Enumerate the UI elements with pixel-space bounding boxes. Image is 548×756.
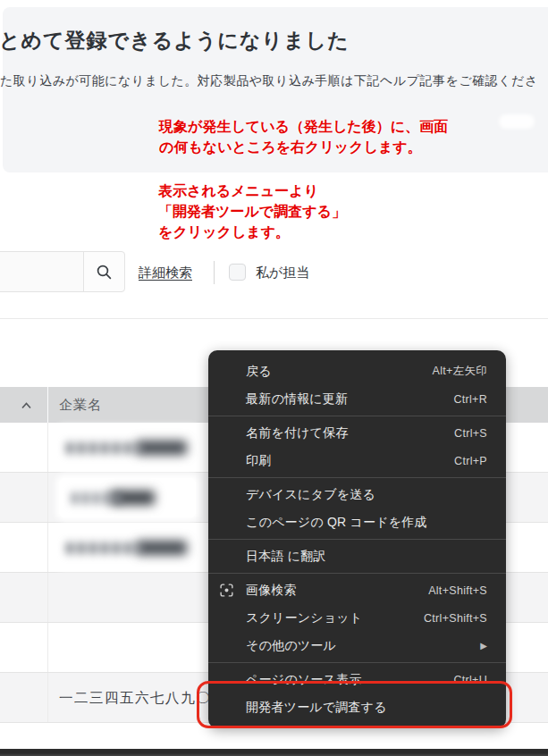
row-column-separator [47, 523, 48, 572]
menu-item[interactable]: 画像検索Alt+Shift+S [208, 576, 506, 604]
section-divider [0, 318, 548, 319]
header-column-separator [47, 387, 48, 423]
menu-divider [208, 539, 506, 540]
annotation-step1-line2: の何もないところを右クリックします。 [159, 137, 448, 157]
company-column-header[interactable]: 企業名 [59, 397, 102, 414]
menu-item-shortcut: Ctrl+Shift+S [424, 612, 487, 625]
menu-divider [208, 573, 506, 574]
menu-divider [208, 662, 506, 663]
annotation-highlight-box [197, 681, 512, 728]
annotation-step2-line3: をクリックします。 [158, 222, 346, 242]
menu-item-label: 戻る [246, 364, 272, 380]
menu-item-label: このページの QR コードを作成 [246, 515, 427, 531]
row-column-separator [47, 423, 48, 472]
menu-item-label: 名前を付けて保存 [246, 425, 349, 441]
blurred-company-name [59, 478, 196, 517]
annotation-step2-line1: 表示されるメニューより [158, 181, 346, 201]
menu-item[interactable]: その他のツール▶ [208, 632, 506, 659]
banner-title: とめて登録できるようになりました [0, 27, 350, 55]
my-assignment-checkbox[interactable] [229, 264, 246, 281]
annotation-step1: 現象が発生している（発生した後）に、画面 の何もないところを右クリックします。 [159, 116, 448, 157]
menu-item[interactable]: 戻るAlt+左矢印 [208, 357, 506, 385]
menu-item[interactable]: デバイスにタブを送る [208, 481, 506, 508]
menu-item-label: 日本語 に翻訳 [246, 549, 326, 565]
menu-item-shortcut: Alt+左矢印 [433, 364, 488, 379]
menu-item[interactable]: スクリーンショットCtrl+Shift+S [208, 604, 506, 632]
menu-item-shortcut: Ctrl+R [453, 393, 487, 406]
search-button[interactable] [83, 251, 125, 292]
row-column-separator [47, 623, 48, 672]
menu-item[interactable]: 最新の情報に更新Ctrl+R [208, 385, 506, 413]
bottom-bar [0, 749, 548, 756]
menu-divider [208, 416, 506, 416]
my-assignment-label: 私が担当 [256, 265, 309, 281]
row-column-separator [47, 673, 48, 722]
page: とめて登録できるようになりました た取り込みが可能になりました。対応製品や取り込… [0, 0, 548, 756]
menu-item-shortcut: Ctrl+P [454, 455, 487, 467]
chevron-up-icon[interactable] [20, 399, 33, 415]
menu-item-label: 最新の情報に更新 [246, 391, 348, 407]
context-menu: 戻るAlt+左矢印最新の情報に更新Ctrl+R名前を付けて保存Ctrl+S印刷C… [208, 350, 506, 728]
menu-item[interactable]: 名前を付けて保存Ctrl+S [208, 419, 506, 447]
menu-item[interactable]: このページの QR コードを作成 [208, 508, 506, 536]
menu-item[interactable]: 印刷Ctrl+P [208, 447, 506, 475]
menu-item-label: スクリーンショット [246, 610, 362, 626]
advanced-search-link[interactable]: 詳細検索 [139, 265, 192, 281]
menu-item-label: 画像検索 [246, 583, 297, 599]
search-input[interactable] [0, 251, 84, 292]
menu-item-shortcut: Alt+Shift+S [428, 584, 487, 597]
menu-item-shortcut: Ctrl+S [454, 427, 487, 440]
row-column-separator [47, 473, 48, 522]
row-column-separator [47, 573, 48, 622]
menu-item-label: その他のツール [246, 638, 336, 654]
menu-item[interactable]: 日本語 に翻訳 [208, 542, 506, 570]
banner-description: た取り込みが可能になりました。対応製品や取り込み手順は下記ヘルプ記事をご確認くだ… [0, 73, 538, 89]
submenu-arrow-icon: ▶ [480, 642, 487, 651]
blurred-company-name [59, 428, 196, 467]
menu-item-label: 印刷 [246, 453, 271, 469]
search-divider [214, 261, 215, 284]
blurred-company-name [59, 528, 196, 567]
blurred-spot [499, 114, 535, 129]
lens-icon [220, 584, 233, 597]
magnifier-icon [96, 264, 113, 281]
annotation-step2: 表示されるメニューより 「開発者ツールで調査する」 をクリックします。 [158, 181, 346, 242]
annotation-step1-line1: 現象が発生している（発生した後）に、画面 [159, 116, 448, 137]
annotation-step2-line2: 「開発者ツールで調査する」 [158, 201, 346, 222]
menu-item-label: デバイスにタブを送る [246, 487, 375, 503]
menu-divider [208, 477, 506, 478]
